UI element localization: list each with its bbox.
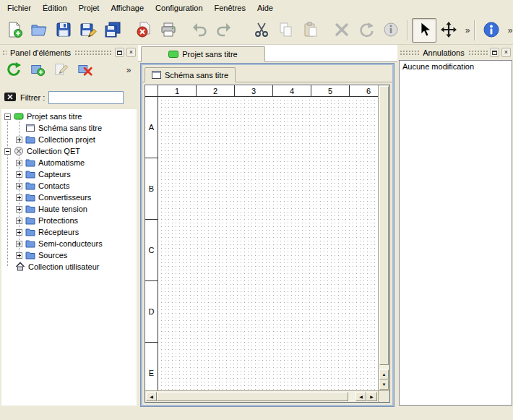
save-all-button[interactable] [100,18,125,43]
paste-button[interactable] [298,18,323,43]
whats-this-button[interactable] [479,18,504,43]
redo-button[interactable] [212,18,236,43]
menu-affichage[interactable]: Affichage [105,1,150,14]
tree-item-automatisme[interactable]: Automatisme [1,157,137,168]
schema-canvas[interactable] [158,97,378,390]
horizontal-scrollbar[interactable]: ◀ ◀ ▶ [145,390,378,402]
close-button[interactable]: × [501,48,511,57]
tree-item-semi-conducteurs[interactable]: Semi-conducteurs [1,238,137,249]
collapse-expander-icon[interactable] [4,113,11,120]
tab-projet-sans-titre[interactable]: Projet sans titre [141,46,265,62]
tree-item-contacts[interactable]: Contacts [1,180,137,192]
undo-button[interactable] [187,18,212,43]
tree-item-label: Collection QET [27,147,80,155]
project-icon [168,51,178,58]
tree-item-haute-tension[interactable]: Haute tension [1,203,137,215]
float-button[interactable] [115,48,124,57]
qt-info-icon [483,21,500,40]
tree-item-collection-qet[interactable]: Collection QET [1,145,137,157]
column-header: 2 [197,85,235,96]
expand-expander-icon[interactable] [16,183,22,189]
delete-button[interactable] [329,18,354,43]
save-as-button[interactable] [76,18,100,43]
tree-item-schema[interactable]: Schéma sans titre [1,122,137,134]
tree-item-convertisseurs[interactable]: Convertisseurs [1,192,137,203]
undo-panel-dock: Annulations × Aucune modification [397,45,513,407]
undo-history-list[interactable]: Aucune modification [399,60,512,406]
undo-panel-titlebar[interactable]: Annulations × [397,46,513,59]
dock-handle[interactable] [400,50,419,56]
collapse-expander-icon[interactable] [4,148,11,155]
filter-input[interactable] [48,91,124,104]
tree-item-capteurs[interactable]: Capteurs [1,168,137,180]
rotate-button[interactable] [354,18,379,43]
refresh-icon [6,61,22,79]
close-button[interactable]: × [126,48,136,57]
scroll-up-button[interactable]: ▲ [379,369,389,380]
copy-button[interactable] [274,18,298,43]
expand-expander-icon[interactable] [16,252,22,259]
expand-expander-icon[interactable] [16,160,22,166]
horizontal-scrollbar-thumb[interactable] [157,392,348,401]
edit-element-button[interactable] [51,60,72,80]
project-child-window: Schéma sans titre 1 2 3 4 5 6 A [141,64,394,406]
menu-aide[interactable]: Aide [251,1,279,14]
new-element-button[interactable] [27,60,48,80]
collections-tree: Projet sans titre Schéma sans titre Coll… [1,109,137,406]
save-button[interactable] [51,18,76,43]
scroll-right-button[interactable]: ▶ [366,392,377,401]
schema-tabbar: Schéma sans titre [142,65,392,82]
menu-projet[interactable]: Projet [73,1,105,14]
delete-element-button[interactable] [75,60,95,80]
info-button[interactable] [379,18,403,43]
menu-fenetres[interactable]: Fenêtres [209,1,251,14]
vertical-scrollbar[interactable]: ▲ ▼ [378,85,389,390]
expand-expander-icon[interactable] [16,171,22,178]
toolbar-overflow-button[interactable]: » [461,18,474,43]
close-document-icon [135,21,152,40]
expand-expander-icon[interactable] [16,137,22,143]
expand-expander-icon[interactable] [16,229,22,236]
scroll-down-button[interactable]: ▼ [379,380,389,390]
close-project-button[interactable] [132,18,156,43]
panel-toolbar-overflow-button[interactable]: » [123,60,134,80]
dock-handle[interactable] [468,50,488,56]
open-button[interactable] [27,18,51,43]
window-bottom-margin [0,407,513,420]
menu-configuration[interactable]: Configuration [150,1,208,14]
cut-button[interactable] [249,18,274,43]
move-tool-button[interactable] [436,18,461,43]
expand-expander-icon[interactable] [16,218,22,224]
select-arrow-icon [415,21,433,40]
float-button[interactable] [490,48,499,57]
vertical-scrollbar-thumb[interactable] [379,86,389,365]
new-document-button[interactable] [2,18,27,43]
float-icon [117,51,122,55]
menu-fichier[interactable]: Fichier [1,1,37,14]
expand-expander-icon[interactable] [16,241,22,247]
clear-filter-button[interactable] [4,92,17,103]
column-header: 4 [273,85,311,96]
scroll-left-button[interactable]: ◀ [146,392,157,401]
dock-handle[interactable] [74,50,113,56]
elements-panel-titlebar[interactable]: Panel d'éléments × [0,46,138,59]
select-tool-button[interactable] [412,18,436,43]
tree-item-recepteurs[interactable]: Récepteurs [1,226,137,238]
tab-schema-sans-titre[interactable]: Schéma sans titre [145,67,236,82]
tree-item-sources[interactable]: Sources [1,249,137,261]
scroll-left-button-2[interactable]: ◀ [355,392,366,401]
tree-item-collection-utilisateur[interactable]: Collection utilisateur [1,261,137,273]
tree-item-project[interactable]: Projet sans titre [1,111,137,122]
expand-expander-icon[interactable] [16,206,22,213]
close-icon: × [129,49,133,56]
print-button[interactable] [156,18,181,43]
menu-edition[interactable]: Édition [37,1,73,14]
save-as-icon [79,21,97,40]
dock-handle[interactable] [2,50,7,56]
tree-item-collection-projet[interactable]: Collection projet [1,134,137,145]
paste-icon [302,21,319,40]
reload-collections-button[interactable] [4,60,24,80]
tree-item-protections[interactable]: Protections [1,215,137,226]
expand-expander-icon[interactable] [16,194,22,201]
toolbar-overflow-button-2[interactable]: » [504,18,513,43]
